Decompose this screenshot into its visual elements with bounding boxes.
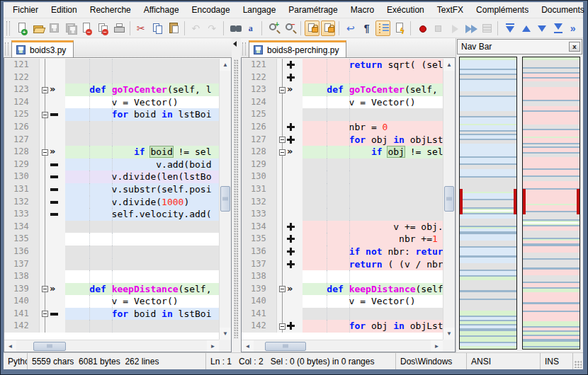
fold-margin[interactable] xyxy=(277,96,303,109)
fold-margin[interactable] xyxy=(277,108,303,121)
vertical-scrollbar-left[interactable]: ▲ ▼ xyxy=(219,59,231,340)
code-text[interactable] xyxy=(65,121,219,134)
code-line-129[interactable]: 129 v.add(boid xyxy=(4,158,219,171)
code-text[interactable] xyxy=(65,233,219,246)
code-line-139[interactable]: 139» def keepDistance(self, xyxy=(4,283,219,296)
fold-margin[interactable]: » xyxy=(40,283,65,296)
navbar-close-button[interactable]: x xyxy=(569,42,580,52)
code-text[interactable]: return sqrt( (sel xyxy=(303,59,443,71)
fold-margin[interactable] xyxy=(277,221,303,233)
code-line-142[interactable]: 142 xyxy=(4,320,219,333)
code-line-124[interactable]: 124 v = Vector() xyxy=(242,96,443,109)
user-defined-language-button[interactable]: ϟ xyxy=(392,21,407,36)
code-line-131[interactable]: 131 v.substr(self.posi xyxy=(4,183,219,196)
fold-margin[interactable] xyxy=(277,295,303,308)
code-text[interactable]: if obj != sel xyxy=(303,146,443,158)
code-line-130[interactable]: 130 xyxy=(242,171,443,183)
editor-left[interactable]: 121122123» def goToCenter(self, l124 v =… xyxy=(4,57,232,352)
code-line-137[interactable]: 137 return ( (v / nbr xyxy=(242,258,443,271)
fold-collapse-icon[interactable] xyxy=(42,87,48,93)
horizontal-scrollbar-left[interactable]: ◄ ► xyxy=(4,340,219,352)
code-line-125[interactable]: 125 xyxy=(242,108,443,121)
toolbar-overflow-button[interactable]: » xyxy=(565,21,580,36)
code-line-132[interactable]: 132 v.divide(1000) xyxy=(4,196,219,209)
fold-margin[interactable] xyxy=(40,258,65,271)
code-text[interactable] xyxy=(65,59,219,71)
scroll-left-icon[interactable]: ◄ xyxy=(242,340,254,352)
show-all-characters-button[interactable]: ¶ xyxy=(359,21,374,36)
scrollbar-thumb[interactable] xyxy=(444,186,454,212)
fold-margin[interactable] xyxy=(277,71,303,84)
code-line-134[interactable]: 134 xyxy=(4,221,219,233)
code-line-136[interactable]: 136 if not nbr: retur xyxy=(242,246,443,258)
code-text[interactable]: for boid in lstBoi xyxy=(65,108,219,121)
sync-vertical-scroll-button[interactable] xyxy=(305,21,320,36)
save-all-button[interactable] xyxy=(62,21,77,36)
code-text[interactable] xyxy=(65,270,219,283)
menu-item-textfx[interactable]: TextFX xyxy=(431,3,470,17)
menu-item-parametrage[interactable]: Paramétrage xyxy=(282,3,344,17)
code-text[interactable]: nbr = 0 xyxy=(303,121,443,134)
code-text[interactable]: def keepDistance(self, xyxy=(65,283,219,296)
fold-collapse-icon[interactable] xyxy=(279,137,285,143)
fold-margin[interactable] xyxy=(277,121,303,134)
compare-prev-diff-button[interactable] xyxy=(518,21,533,36)
fold-margin[interactable] xyxy=(40,233,65,246)
fold-margin[interactable]: » xyxy=(277,83,303,96)
code-text[interactable]: def goToCenter(self, xyxy=(303,83,443,96)
cut-button[interactable]: ✂ xyxy=(134,21,149,36)
code-line-122[interactable]: 122 xyxy=(4,71,219,84)
code-text[interactable]: if boid != sel xyxy=(65,146,219,158)
code-line-140[interactable]: 140 v = Vector() xyxy=(242,295,443,308)
tabbar-grip[interactable] xyxy=(242,42,246,55)
fold-margin[interactable] xyxy=(277,59,303,71)
fold-margin[interactable]: » xyxy=(277,146,303,158)
compare-first-diff-button[interactable] xyxy=(502,21,516,36)
code-line-140[interactable]: 140 v = Vector() xyxy=(4,295,219,308)
code-line-135[interactable]: 135 nbr +=1 xyxy=(242,233,443,246)
word-wrap-button[interactable]: ↩ xyxy=(343,21,358,36)
fold-collapse-icon[interactable] xyxy=(42,112,48,118)
code-line-141[interactable]: 141 xyxy=(242,308,443,321)
scroll-down-icon[interactable]: ▼ xyxy=(443,328,455,340)
code-line-127[interactable]: 127 for obj in objLst xyxy=(242,134,443,146)
collapse-left-icon[interactable] xyxy=(233,41,237,47)
editor-right[interactable]: 121 return sqrt( (sel122123» def goToCen… xyxy=(241,57,456,352)
fold-margin[interactable] xyxy=(277,158,303,171)
find-button[interactable] xyxy=(227,21,242,36)
fold-margin[interactable] xyxy=(277,320,303,333)
code-text[interactable]: v.substr(self.posi xyxy=(65,183,219,196)
fold-margin[interactable] xyxy=(40,108,65,121)
fold-margin[interactable] xyxy=(40,246,65,258)
code-text[interactable]: for obj in objLst xyxy=(303,320,443,333)
compare-last-diff-button[interactable] xyxy=(550,21,565,36)
code-text[interactable] xyxy=(303,308,443,321)
code-text[interactable]: v = Vector() xyxy=(65,96,219,109)
code-line-135[interactable]: 135 xyxy=(4,233,219,246)
sync-horizontal-scroll-button[interactable] xyxy=(321,21,336,36)
code-line-126[interactable]: 126 xyxy=(4,121,219,134)
fold-margin[interactable] xyxy=(40,221,65,233)
code-text[interactable] xyxy=(303,171,443,183)
code-line-132[interactable]: 132 xyxy=(242,196,443,209)
code-text[interactable] xyxy=(303,183,443,196)
code-line-138[interactable]: 138 xyxy=(242,270,443,283)
fold-margin[interactable] xyxy=(277,183,303,196)
fold-margin[interactable] xyxy=(277,258,303,271)
fold-margin[interactable] xyxy=(277,208,303,221)
code-text[interactable] xyxy=(65,246,219,258)
code-line-128[interactable]: 128» if boid != sel xyxy=(4,146,219,158)
menu-item-documents[interactable]: Documents xyxy=(535,3,588,17)
code-text[interactable]: v = Vector() xyxy=(303,295,443,308)
scroll-right-icon[interactable]: ► xyxy=(207,340,219,352)
code-line-133[interactable]: 133 self.velocity.add( xyxy=(4,208,219,221)
code-line-129[interactable]: 129 xyxy=(242,158,443,171)
code-text[interactable]: if not nbr: retur xyxy=(303,246,443,258)
menu-item-fichier[interactable]: Fichier xyxy=(6,3,45,17)
paste-button[interactable] xyxy=(166,21,181,36)
pane-splitter[interactable] xyxy=(232,38,241,352)
navbar-minimap-right[interactable] xyxy=(522,57,580,350)
toolbar-grip[interactable] xyxy=(6,21,10,35)
code-text[interactable]: def keepDistance(self xyxy=(303,283,443,296)
macro-save-button[interactable] xyxy=(479,21,494,36)
